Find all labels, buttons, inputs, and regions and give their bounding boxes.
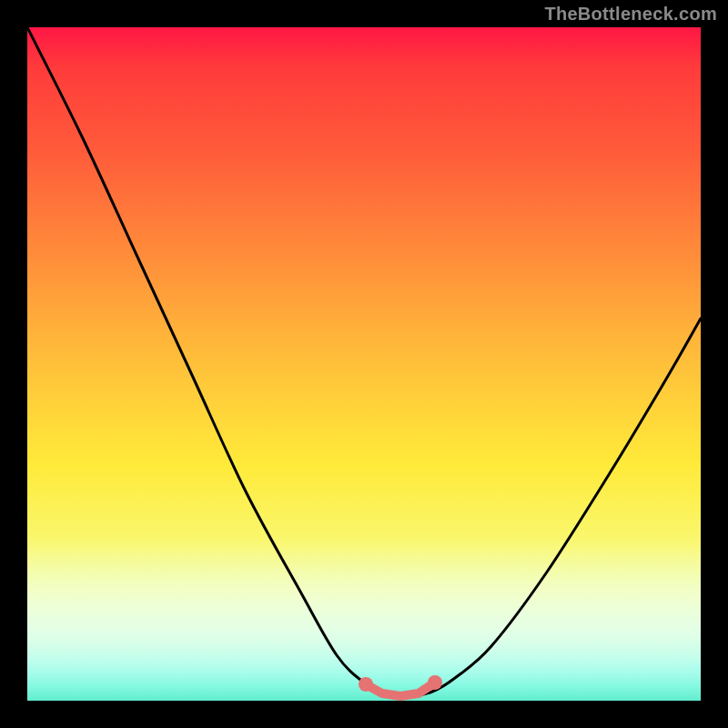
bottleneck-curve [27, 27, 701, 701]
optimal-range-dot [359, 677, 373, 692]
optimal-range-line [366, 682, 435, 696]
watermark-text: TheBottleneck.com [544, 4, 717, 25]
plot-area [27, 27, 701, 701]
optimal-range-dot [428, 675, 442, 690]
curve-path [27, 27, 701, 696]
